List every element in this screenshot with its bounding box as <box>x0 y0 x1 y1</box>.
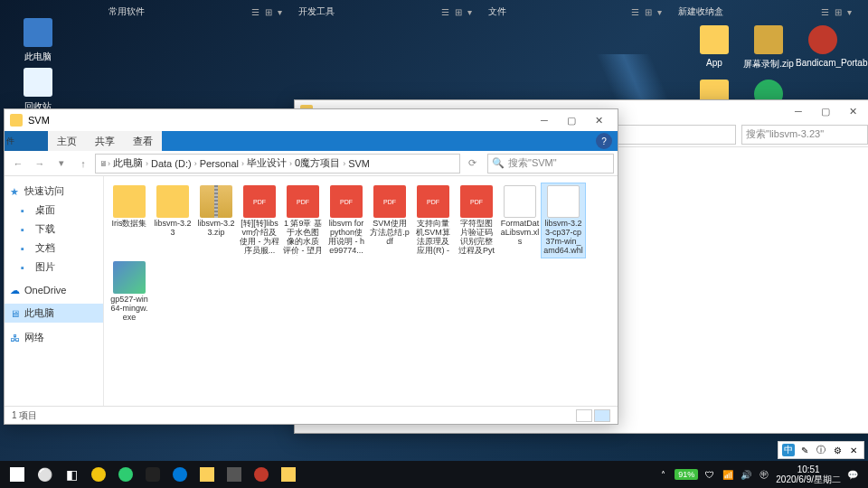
app-record[interactable] <box>248 463 275 486</box>
tab-home[interactable]: 主页 <box>48 131 86 151</box>
file-item[interactable]: 字符型图片验证码识别完整过程及Python... <box>455 183 498 258</box>
view-details-button[interactable] <box>576 409 592 422</box>
rail-segment[interactable]: 常用软件 <box>99 5 154 18</box>
sidebar-item[interactable]: ▪下载 <box>5 220 103 239</box>
file-item[interactable]: gp527-win64-mingw.exe <box>108 259 151 324</box>
app-edge[interactable] <box>166 463 193 486</box>
tray-ime-icon[interactable]: ㊥ <box>758 468 770 481</box>
rail-controls[interactable]: ☰⊞▾ <box>631 7 669 17</box>
taskbar: ⚪ ◧ ˄ 91% 🛡 📶 🔊 ㊥ 10:51 2020/6/9/星期二 💬 <box>0 461 868 488</box>
this-pc[interactable]: 🖥 此电脑 <box>5 304 103 323</box>
ime-toolbar[interactable]: 中✎ⓘ⚙✕ <box>778 441 864 459</box>
app-explorer[interactable] <box>193 463 221 486</box>
file-item[interactable]: SVM使用方法总结.pdf <box>368 183 411 258</box>
file-icon <box>373 185 406 218</box>
tray-volume-icon[interactable]: 🔊 <box>740 468 752 481</box>
status-bar: 1 项目 <box>5 406 618 424</box>
app-2[interactable] <box>112 463 139 486</box>
up-button[interactable]: ↑ <box>73 154 93 174</box>
network[interactable]: 🖧 网络 <box>5 328 103 347</box>
app-folder[interactable]: App <box>687 25 741 68</box>
rail-controls[interactable]: ☰⊞▾ <box>821 7 859 17</box>
file-item[interactable]: Iris数据集 <box>108 183 151 258</box>
tab-share[interactable]: 共享 <box>86 131 124 151</box>
breadcrumb-seg[interactable]: 此电脑 <box>110 156 146 170</box>
tray-up-icon[interactable]: ˄ <box>656 468 669 481</box>
rail-controls[interactable]: ☰⊞▾ <box>251 7 289 17</box>
file-pane[interactable]: Iris数据集libsvm-3.23libsvm-3.23.zip[转][转]l… <box>104 176 618 406</box>
search-input[interactable]: 搜索"libsvm-3.23" <box>741 125 868 145</box>
rail-controls[interactable]: ☰⊞▾ <box>441 7 479 17</box>
sidebar: ★ 快速访问 ▪桌面▪下载▪文档▪图片 ☁ OneDrive 🖥 此电脑 🖧 网… <box>5 176 104 406</box>
taskview-button[interactable]: ◧ <box>58 463 85 486</box>
file-item[interactable]: libsvm-3.23-cp37-cp37m-win_amd64.whl <box>542 183 585 258</box>
search-icon: 🔍 <box>492 157 505 169</box>
clock[interactable]: 10:51 2020/6/9/星期二 <box>776 465 841 484</box>
refresh-button[interactable]: ⟳ <box>462 154 482 174</box>
close-button[interactable]: ✕ <box>585 111 612 129</box>
rail-segment[interactable]: 新建收纳盒 <box>669 5 732 18</box>
recycle-icon[interactable]: 回收站 <box>11 68 65 113</box>
minimize-button[interactable]: ─ <box>785 102 812 120</box>
file-item[interactable]: libsvm for python使用说明 - he99774... <box>325 183 368 258</box>
fwd-button[interactable]: → <box>30 154 50 174</box>
app-explorer-2[interactable] <box>275 463 302 486</box>
explorer-window-svm: SVM ─ ▢ ✕ 件 主页 共享 查看 ? ← → ▾ ↑ 🖥›此电脑›Dat… <box>4 108 618 425</box>
breadcrumb-seg[interactable]: Personal <box>197 158 241 169</box>
sidebar-item[interactable]: ▪桌面 <box>5 201 103 220</box>
sidebar-item[interactable]: ▪文档 <box>5 239 103 258</box>
tray-defender-icon[interactable]: 🛡 <box>703 468 716 481</box>
file-item[interactable]: 支持向量机SVM算法原理及应用(R) - ... <box>411 183 455 258</box>
app-qq[interactable] <box>139 463 166 486</box>
file-item[interactable]: [转][转]libsvm介绍及使用 - 为程序员服... <box>238 183 281 258</box>
rail-segment[interactable]: 文件 <box>479 5 515 18</box>
tab-file[interactable]: 件 <box>5 131 48 151</box>
maximize-button[interactable]: ▢ <box>812 102 839 120</box>
ime-button-4[interactable]: ✕ <box>847 444 860 456</box>
ime-button-3[interactable]: ⚙ <box>831 444 844 456</box>
file-item[interactable]: libsvm-3.23.zip <box>194 183 238 258</box>
battery-indicator[interactable]: 91% <box>675 469 698 480</box>
notifications-button[interactable]: 💬 <box>846 468 859 481</box>
view-icons-button[interactable] <box>594 409 610 422</box>
start-button[interactable] <box>4 463 31 486</box>
ime-button-0[interactable]: 中 <box>782 444 795 456</box>
file-icon <box>460 185 493 218</box>
quick-access[interactable]: ★ 快速访问 <box>5 182 103 201</box>
file-label: gp527-win64-mingw.exe <box>109 296 149 323</box>
breadcrumb-seg[interactable]: Data (D:) <box>148 158 194 169</box>
ime-button-1[interactable]: ✎ <box>798 444 811 456</box>
file-icon <box>330 185 363 218</box>
back-button[interactable]: ← <box>8 154 28 174</box>
file-item[interactable]: libsvm-3.23 <box>151 183 194 258</box>
close-button[interactable]: ✕ <box>839 102 866 120</box>
search-input[interactable]: 🔍 搜索"SVM" <box>487 154 614 174</box>
tray-network-icon[interactable]: 📶 <box>722 468 734 481</box>
tab-view[interactable]: 查看 <box>124 131 162 151</box>
file-item[interactable]: FormatDataLibsvm.xls <box>498 183 542 258</box>
titlebar[interactable]: SVM ─ ▢ ✕ <box>5 109 618 131</box>
file-label: libsvm-3.23 <box>153 220 193 238</box>
maximize-button[interactable]: ▢ <box>558 111 585 129</box>
breadcrumb-seg[interactable]: SVM <box>345 158 373 169</box>
breadcrumb-seg[interactable]: 0魔方项目 <box>292 156 343 170</box>
help-button[interactable]: ? <box>596 133 612 149</box>
minimize-button[interactable]: ─ <box>531 111 558 129</box>
app-1[interactable] <box>85 463 112 486</box>
rail-segment[interactable]: 开发工具 <box>289 5 344 18</box>
app-calc[interactable] <box>221 463 248 486</box>
file-icon <box>417 185 449 218</box>
file-item[interactable]: 1 第9章 基于水色图像的水质评价 - 望月怀... <box>281 183 325 258</box>
sidebar-item[interactable]: ▪图片 <box>5 258 103 277</box>
screenrec-zip[interactable]: 屏幕录制.zip <box>741 25 796 70</box>
bandicam-exe[interactable]: Bandicam_Portable.exe <box>796 25 850 68</box>
cloud-icon: ☁ <box>10 285 21 296</box>
breadcrumb-seg[interactable]: 毕业设计 <box>244 156 289 170</box>
ime-button-2[interactable]: ⓘ <box>815 444 827 456</box>
pc-icon[interactable]: 此电脑 <box>11 18 65 63</box>
onedrive[interactable]: ☁ OneDrive <box>5 282 103 298</box>
search-button[interactable]: ⚪ <box>31 463 58 486</box>
address-bar[interactable]: 🖥›此电脑›Data (D:)›Personal›毕业设计›0魔方项目›SVM <box>95 154 460 174</box>
file-label: libsvm for python使用说明 - he99774... <box>326 220 366 256</box>
recent-button[interactable]: ▾ <box>52 154 71 174</box>
